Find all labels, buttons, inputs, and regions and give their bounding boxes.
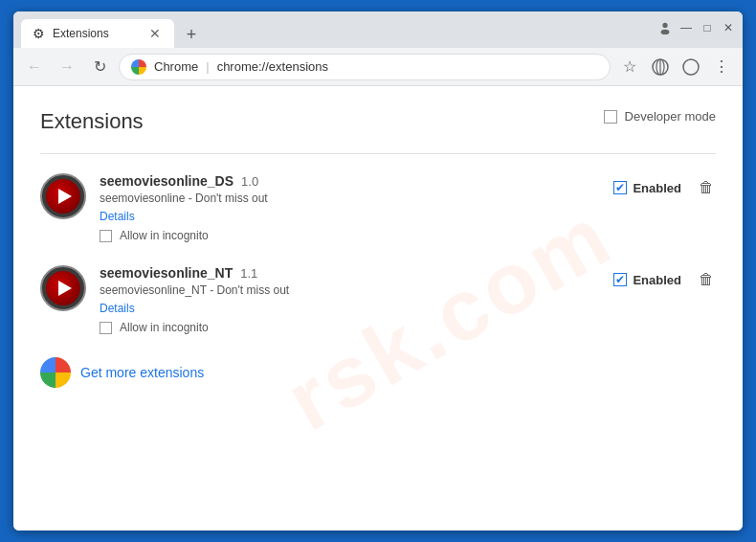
extension-2-right: ✔ Enabled 🗑 (613, 265, 716, 290)
nav-bar: ← → ↻ Chrome | chrome://extensions ☆ ⋮ (13, 48, 743, 86)
extension-1-name-row: seemoviesonline_DS 1.0 (100, 173, 600, 189)
extension-item-1: seemoviesonline_DS 1.0 seemoviesonline -… (40, 173, 716, 242)
extension-1-delete-button[interactable]: 🗑 (697, 177, 716, 198)
forward-button[interactable]: → (54, 54, 80, 80)
svg-point-5 (683, 59, 699, 75)
page-content: rsk.com Extensions Developer mode seemov… (13, 86, 743, 531)
extension-2-details-link[interactable]: Details (100, 302, 600, 315)
chrome-logo-icon (131, 59, 146, 75)
extension-1-incognito-label: Allow in incognito (120, 229, 209, 242)
maximize-button[interactable]: □ (700, 21, 714, 34)
extension-2-icon (40, 265, 86, 311)
extension-1-incognito-row: Allow in incognito (100, 229, 600, 242)
browser-icon-2[interactable] (678, 54, 704, 80)
extension-1-info: seemoviesonline_DS 1.0 seemoviesonline -… (100, 173, 600, 242)
title-bar: ⚙ Extensions ✕ + — □ ✕ (13, 11, 743, 48)
webstore-icon (40, 357, 71, 388)
extension-2-enabled-checkbox[interactable]: ✔ (613, 273, 627, 286)
extension-2-info: seemoviesonline_NT 1.1 seemoviesonline_N… (100, 265, 600, 334)
extension-1-description: seemoviesonline - Don't miss out (100, 192, 600, 205)
close-button[interactable]: ✕ (722, 21, 735, 34)
svg-point-0 (662, 23, 667, 28)
extension-1-enabled-checkbox[interactable]: ✔ (613, 181, 627, 194)
profile-icon[interactable] (658, 21, 672, 34)
extension-2-name-row: seemoviesonline_NT 1.1 (100, 265, 600, 281)
extension-2-play-icon (58, 281, 72, 296)
extension-2-delete-button[interactable]: 🗑 (697, 269, 716, 290)
developer-mode-row: Developer mode (604, 109, 716, 124)
extension-2-enabled-label: Enabled (633, 273, 681, 287)
extension-2-incognito-row: Allow in incognito (100, 321, 600, 334)
extension-1-enabled-row: ✔ Enabled (613, 181, 681, 195)
extension-1-version: 1.0 (241, 174, 258, 189)
menu-button[interactable]: ⋮ (708, 54, 735, 80)
browser-icon-1[interactable] (647, 54, 674, 80)
back-button[interactable]: ← (21, 54, 48, 80)
extension-2-name: seemoviesonline_NT (100, 265, 233, 281)
extension-1-icon (40, 173, 86, 219)
address-url: chrome://extensions (217, 59, 328, 74)
nav-right-buttons: ☆ ⋮ (616, 54, 735, 80)
extension-2-incognito-checkbox[interactable] (100, 322, 112, 334)
bookmark-button[interactable]: ☆ (616, 54, 643, 80)
extension-2-incognito-label: Allow in incognito (120, 321, 209, 334)
minimize-button[interactable]: — (679, 21, 693, 34)
extension-1-checkmark-icon: ✔ (615, 182, 625, 193)
extension-1-details-link[interactable]: Details (100, 210, 600, 223)
browser-window: ⚙ Extensions ✕ + — □ ✕ ← → ↻ Chrome | ch… (13, 11, 743, 531)
extension-1-inner-icon (46, 179, 80, 214)
extension-1-enabled-label: Enabled (633, 181, 681, 195)
address-separator: | (206, 59, 209, 74)
extension-2-enabled-row: ✔ Enabled (613, 273, 681, 287)
extension-1-play-icon (58, 189, 72, 204)
extension-2-inner-icon (46, 271, 80, 305)
new-tab-button[interactable]: + (178, 21, 205, 48)
extension-2-description: seemoviesonline_NT - Don't miss out (100, 283, 600, 297)
divider (40, 153, 716, 154)
address-bar[interactable]: Chrome | chrome://extensions (119, 54, 611, 80)
extension-1-incognito-checkbox[interactable] (100, 230, 112, 242)
address-brand: Chrome (154, 59, 198, 74)
get-more-extensions-link[interactable]: Get more extensions (80, 365, 204, 380)
get-more-extensions-row: Get more extensions (40, 357, 716, 388)
extension-1-name: seemoviesonline_DS (100, 173, 233, 189)
active-tab[interactable]: ⚙ Extensions ✕ (21, 19, 174, 48)
tab-close-button[interactable]: ✕ (147, 26, 163, 41)
tab-favicon-icon: ⚙ (33, 26, 45, 41)
extension-2-checkmark-icon: ✔ (615, 274, 625, 285)
developer-mode-checkbox[interactable] (604, 110, 617, 124)
extension-item-2: seemoviesonline_NT 1.1 seemoviesonline_N… (40, 265, 716, 334)
reload-button[interactable]: ↻ (86, 54, 113, 80)
svg-point-1 (661, 30, 670, 34)
developer-mode-label: Developer mode (625, 109, 716, 124)
tab-label: Extensions (53, 27, 109, 40)
extension-2-version: 1.1 (240, 266, 257, 281)
extension-1-right: ✔ Enabled 🗑 (613, 173, 716, 198)
window-controls: — □ ✕ (658, 21, 735, 34)
